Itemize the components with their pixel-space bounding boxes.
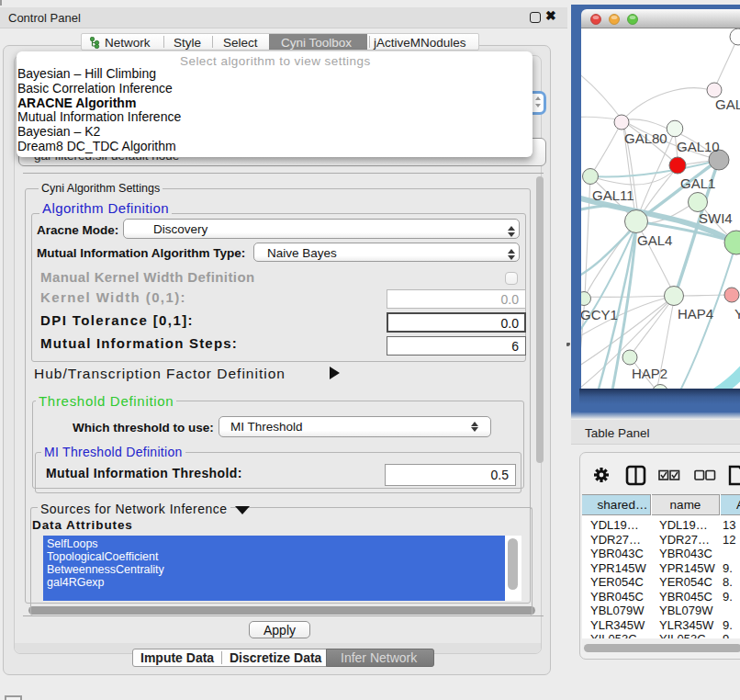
svg-text:GAL4: GAL4 bbox=[637, 232, 672, 248]
svg-text:GAL1: GAL1 bbox=[680, 175, 715, 191]
svg-text:HAP4: HAP4 bbox=[678, 306, 713, 322]
svg-text:GAL10: GAL10 bbox=[677, 139, 720, 154]
svg-text:GAL80: GAL80 bbox=[624, 130, 667, 146]
svg-text:SWI4: SWI4 bbox=[699, 210, 733, 226]
svg-text:Y: Y bbox=[734, 306, 740, 322]
svg-text:HAP2: HAP2 bbox=[632, 366, 667, 381]
svg-text:GCY1: GCY1 bbox=[581, 307, 618, 322]
svg-text:GAL: GAL bbox=[715, 96, 740, 112]
svg-text:GAL11: GAL11 bbox=[592, 187, 634, 203]
